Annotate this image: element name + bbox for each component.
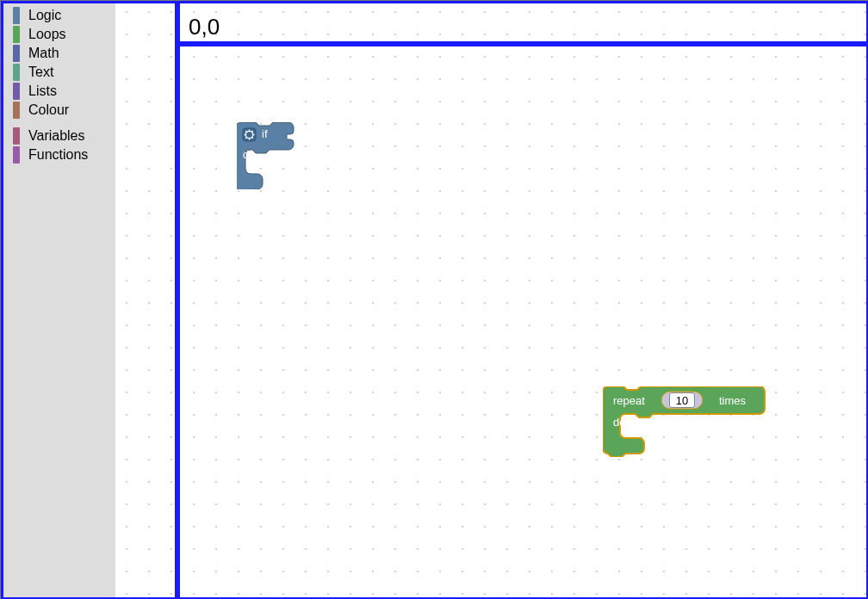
repeat-count-input[interactable]: 10 [669, 392, 695, 408]
gear-icon[interactable] [243, 128, 256, 141]
toolbox-item-label: Variables [28, 128, 85, 144]
repeat-block[interactable]: repeat times do 10 [603, 386, 775, 460]
swatch-icon [13, 102, 20, 119]
if-do-label: do [243, 148, 255, 161]
toolbox-item-label: Text [28, 65, 53, 80]
toolbox-item-label: Math [28, 46, 59, 61]
swatch-icon [13, 7, 20, 24]
toolbox-item-logic[interactable]: Logic [1, 6, 115, 25]
swatch-icon [13, 83, 20, 100]
toolbox-item-label: Colour [28, 102, 69, 118]
app-root: Logic Loops Math Text Lists Colour [0, 0, 868, 599]
toolbox-item-loops[interactable]: Loops [1, 25, 115, 44]
swatch-icon [13, 45, 20, 62]
workspace-grid [115, 1, 867, 598]
toolbox-item-functions[interactable]: Functions [1, 145, 115, 164]
toolbox-item-colour[interactable]: Colour [1, 101, 115, 120]
swatch-icon [13, 26, 20, 43]
swatch-icon [13, 146, 20, 164]
swatch-icon [13, 127, 20, 145]
toolbox-item-label: Loops [28, 27, 66, 42]
if-block[interactable]: if do [237, 122, 319, 193]
toolbox-group-1: Logic Loops Math Text Lists Colour [1, 6, 115, 120]
toolbox-item-label: Functions [28, 147, 88, 163]
toolbox-item-variables[interactable]: Variables [1, 127, 115, 145]
toolbox-item-text[interactable]: Text [1, 63, 115, 82]
toolbox-item-math[interactable]: Math [1, 44, 115, 63]
toolbox-item-label: Logic [28, 8, 61, 23]
toolbox-group-2: Variables Functions [1, 127, 115, 164]
repeat-do-label: do [613, 416, 625, 429]
repeat-times-label: times [719, 394, 747, 407]
swatch-icon [13, 64, 20, 81]
workspace[interactable]: if do repeat times do 10 [115, 1, 867, 598]
svg-rect-1 [115, 1, 867, 598]
toolbox-item-label: Lists [28, 83, 57, 99]
toolbox: Logic Loops Math Text Lists Colour [1, 1, 115, 598]
if-label: if [262, 127, 268, 140]
repeat-label: repeat [613, 394, 645, 407]
toolbox-item-lists[interactable]: Lists [1, 82, 115, 101]
